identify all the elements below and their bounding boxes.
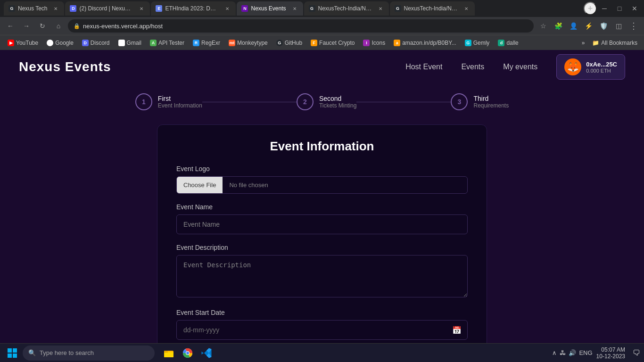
nav-link-my-events[interactable]: My events — [503, 63, 537, 71]
address-text: nexus-events.vercel.app/host — [83, 23, 528, 30]
bookmark-item-9[interactable]: I Icons — [359, 39, 389, 47]
bookmark-label: amazon.in/dp/B0BY... — [402, 40, 456, 46]
vscode-app[interactable] — [198, 345, 215, 362]
bookmark-favicon: ▶ — [8, 40, 14, 46]
taskbar-search[interactable]: 🔍 Type here to search — [23, 346, 155, 361]
menu-button[interactable]: ⋮ — [627, 19, 640, 33]
bookmark-item-3[interactable]: M Gmail — [115, 39, 145, 47]
tab-close-button[interactable]: ✕ — [291, 5, 298, 12]
browser-tab-tab2[interactable]: D (2) Discord | NexusTe... ✕ — [65, 1, 150, 16]
tab-close-button[interactable]: ✕ — [52, 5, 59, 12]
taskbar-right: ∧ 🖧 🔊 ENG 05:07 AM 10-12-2023 🗨 — [552, 346, 640, 360]
event-start-date-input[interactable] — [177, 321, 446, 339]
tab-close-button[interactable]: ✕ — [377, 5, 384, 12]
bookmark-star-icon[interactable]: ☆ — [537, 19, 550, 33]
bookmark-item-2[interactable]: D Discord — [78, 39, 114, 47]
bookmark-item-10[interactable]: a amazon.in/dp/B0BY... — [390, 39, 460, 47]
taskbar: 🔍 Type here to search — [0, 343, 644, 362]
file-explorer-app[interactable] — [160, 345, 177, 362]
browser-tab-tab1[interactable]: G Nexus Tech ✕ — [4, 1, 64, 16]
title-bar: G Nexus Tech ✕ D (2) Discord | NexusTe..… — [0, 0, 644, 17]
home-button[interactable]: ⌂ — [52, 19, 65, 33]
tab-close-button[interactable]: ✕ — [138, 5, 145, 12]
browser-tab-tab6[interactable]: G NexusTech-India/Ne... ✕ — [390, 1, 475, 16]
nav-link-events[interactable]: Events — [461, 63, 484, 71]
tab-label: NexusTech-India/Ne... — [404, 5, 458, 12]
reload-button[interactable]: ↻ — [36, 19, 49, 33]
bookmark-item-12[interactable]: d dalle — [494, 39, 522, 47]
extension-icon[interactable]: 🧩 — [552, 19, 565, 33]
bookmark-item-1[interactable]: G Google — [43, 39, 77, 47]
start-button[interactable] — [4, 345, 21, 362]
sync-icon[interactable]: ⚡ — [582, 19, 595, 33]
all-bookmarks-button[interactable]: 📁All Bookmarks — [589, 39, 640, 47]
bookmark-item-4[interactable]: A API Tester — [146, 39, 188, 47]
bookmark-item-7[interactable]: G GitHub — [272, 39, 306, 47]
browser-tab-tab4[interactable]: N Nexus Events ✕ — [237, 1, 303, 16]
bookmark-item-8[interactable]: F Faucet Crypto — [307, 39, 358, 47]
language-label[interactable]: ENG — [579, 349, 592, 356]
step-sub-0: Event Information — [158, 102, 202, 109]
step-circle-2: 3 — [451, 93, 468, 110]
clock-time: 05:07 AM — [601, 346, 625, 353]
file-input-wrapper: Choose File No file chosen — [176, 176, 468, 194]
step-line-1 — [356, 102, 451, 102]
forward-button[interactable]: → — [20, 19, 33, 33]
extension2-icon[interactable]: 🛡️ — [597, 19, 610, 33]
calendar-icon[interactable]: 📅 — [446, 321, 467, 339]
form-title: Event Information — [176, 139, 468, 154]
search-placeholder-text: Type here to search — [40, 349, 94, 356]
bookmark-label: YouTube — [16, 40, 38, 46]
search-icon: 🔍 — [28, 349, 36, 356]
minimize-button[interactable]: ─ — [599, 3, 610, 14]
tray-up-arrow-icon[interactable]: ∧ — [552, 349, 557, 356]
address-bar[interactable]: 🔒 nexus-events.vercel.app/host — [68, 19, 534, 33]
bookmark-favicon: G — [276, 40, 283, 46]
bookmark-favicon: A — [150, 40, 157, 46]
browser-tab-tab3[interactable]: E ETHIndia 2023: Dash... ✕ — [151, 1, 236, 16]
bookmark-item-0[interactable]: ▶ YouTube — [4, 39, 42, 47]
tab-favicon: E — [156, 5, 162, 12]
event-name-input[interactable] — [176, 214, 468, 234]
system-tray: ∧ 🖧 🔊 ENG — [552, 349, 592, 356]
new-tab-button[interactable]: + — [584, 2, 597, 15]
taskbar-apps — [160, 345, 215, 362]
sidebar-icon[interactable]: ◫ — [612, 19, 625, 33]
event-logo-label: Event Logo — [176, 165, 468, 173]
chrome-app[interactable] — [179, 345, 196, 362]
bookmarks-more-button[interactable]: » — [578, 39, 589, 47]
profile-icon[interactable]: 👤 — [567, 19, 580, 33]
bookmark-label: Faucet Crypto — [319, 40, 355, 46]
bookmark-item-6[interactable]: mt Monkeytype — [225, 39, 272, 47]
bookmark-favicon: D — [82, 40, 89, 46]
lock-icon: 🔒 — [74, 23, 80, 29]
browser-tab-tab5[interactable]: G NexusTech-India/Ne... ✕ — [304, 1, 389, 16]
stepper: 1 First Event Information 2 Second Ticke… — [19, 93, 625, 110]
step-circle-0: 1 — [135, 93, 152, 110]
wallet-balance: 0.000 ETH — [586, 68, 617, 74]
step-name-1: Second — [319, 95, 357, 102]
tab-close-button[interactable]: ✕ — [223, 5, 231, 12]
event-description-label: Event Description — [176, 244, 468, 251]
maximize-button[interactable]: □ — [614, 3, 625, 14]
speaker-icon[interactable]: 🔊 — [569, 349, 576, 356]
wallet-address: 0xAe...25C — [586, 61, 617, 68]
tab-label: ETHIndia 2023: Dash... — [165, 5, 219, 12]
choose-file-button[interactable]: Choose File — [177, 177, 223, 193]
bookmark-favicon: R — [193, 40, 199, 46]
event-name-label: Event Name — [176, 203, 468, 211]
tab-close-button[interactable]: ✕ — [462, 5, 470, 12]
notification-center-icon[interactable]: 🗨 — [633, 349, 640, 357]
network-icon[interactable]: 🖧 — [560, 349, 566, 356]
svg-rect-2 — [8, 354, 12, 358]
close-button[interactable]: ✕ — [629, 3, 640, 14]
bookmark-label: RegExr — [201, 40, 220, 46]
bookmark-item-11[interactable]: G Gemly — [461, 39, 494, 47]
event-description-input[interactable] — [176, 255, 468, 297]
wallet-badge[interactable]: 🦊 0xAe...25C 0.000 ETH — [556, 54, 625, 80]
bookmark-item-5[interactable]: R RegExr — [189, 39, 224, 47]
back-button[interactable]: ← — [4, 19, 17, 33]
system-clock[interactable]: 05:07 AM 10-12-2023 — [596, 346, 625, 360]
nav-link-host-event[interactable]: Host Event — [405, 63, 442, 71]
step-labels-1: Second Tickets Minting — [319, 95, 357, 109]
